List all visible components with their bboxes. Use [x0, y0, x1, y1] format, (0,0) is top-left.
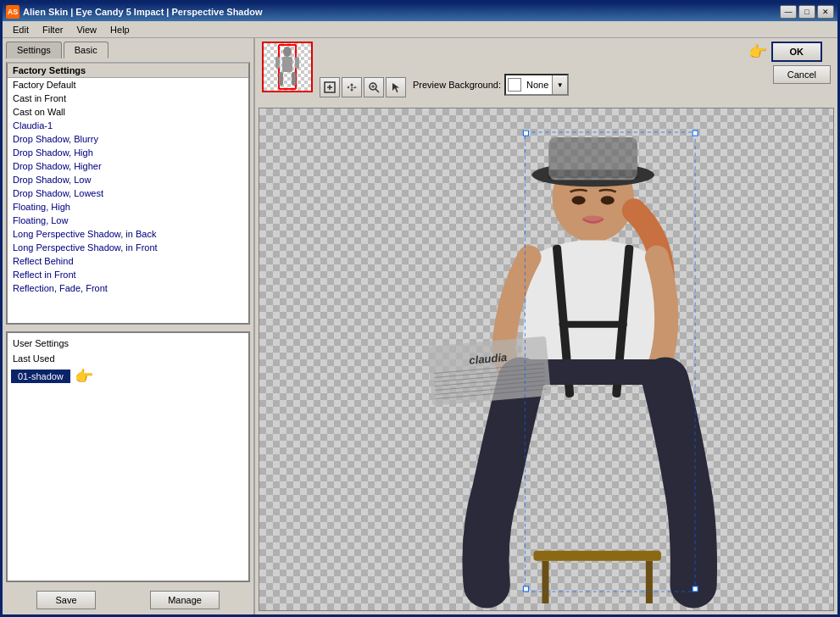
list-item[interactable]: Floating, Low — [8, 214, 248, 227]
preview-thumbnail — [262, 42, 313, 92]
zoom-fit-button[interactable] — [320, 77, 340, 97]
left-panel: Settings Basic Factory Settings Factory … — [3, 38, 255, 614]
svg-point-4 — [283, 47, 292, 57]
list-item[interactable]: Drop Shadow, Higher — [8, 159, 248, 173]
settings-list: Factory Settings Factory Default Cast in… — [6, 62, 250, 325]
preview-bg-control: Preview Background: None ▼ — [413, 74, 569, 101]
zoom-icon — [368, 81, 380, 93]
title-bar-title: AS Alien Skin | Eye Candy 5 Impact | Per… — [6, 5, 262, 19]
pointer-button[interactable] — [386, 77, 406, 97]
svg-point-33 — [572, 196, 586, 204]
menu-edit[interactable]: Edit — [6, 23, 36, 36]
main-window: AS Alien Skin | Eye Candy 5 Impact | Per… — [0, 0, 840, 617]
list-item[interactable]: Long Perspective Shadow, in Front — [8, 241, 248, 254]
bg-color-swatch — [508, 78, 521, 92]
svg-point-34 — [601, 196, 615, 204]
svg-rect-8 — [275, 57, 280, 69]
settings-list-scroll[interactable]: Factory Default Cast in Front Cast on Wa… — [8, 78, 248, 323]
svg-rect-26 — [559, 321, 627, 328]
svg-line-12 — [375, 89, 379, 92]
pan-icon — [346, 81, 358, 93]
selected-item-row: 01-shadow 👈 — [11, 367, 245, 386]
model-svg: claudia — [259, 108, 833, 610]
list-item[interactable]: Drop Shadow, Blurry — [8, 132, 248, 146]
list-item[interactable]: Reflection, Fade, Front — [8, 281, 248, 295]
list-item[interactable]: Cast in Front — [8, 92, 248, 105]
last-used-label: Last Used — [11, 352, 245, 367]
list-item[interactable]: Reflect Behind — [8, 254, 248, 268]
bg-dropdown-arrow[interactable]: ▼ — [552, 75, 567, 94]
pointer-icon — [390, 81, 402, 93]
svg-rect-30 — [533, 551, 661, 561]
ok-button[interactable]: OK — [771, 42, 822, 62]
tabs: Settings Basic — [3, 38, 253, 58]
preview-bg-label: Preview Background: — [413, 80, 501, 90]
list-item[interactable]: Reflect in Front — [8, 268, 248, 281]
menu-help[interactable]: Help — [103, 23, 136, 36]
app-icon: AS — [6, 5, 19, 19]
list-item[interactable]: Drop Shadow, Lowest — [8, 186, 248, 200]
list-item[interactable]: Long Perspective Shadow, in Back — [8, 227, 248, 241]
menu-bar: Edit Filter View Help — [3, 21, 837, 38]
close-button[interactable]: ✕ — [817, 5, 834, 19]
svg-rect-32 — [646, 561, 653, 603]
svg-rect-31 — [542, 561, 548, 603]
svg-point-35 — [583, 215, 604, 222]
ok-arrow-icon: 👈 — [749, 42, 768, 61]
main-content: Settings Basic Factory Settings Factory … — [3, 38, 837, 614]
preview-bg-selector[interactable]: None ▼ — [504, 74, 569, 96]
ok-button-row: 👈 OK — [749, 42, 831, 62]
title-bar-controls: — □ ✕ — [780, 5, 834, 19]
right-panel: Preview Background: None ▼ 👈 OK Cancel — [255, 38, 837, 614]
manage-button[interactable]: Manage — [150, 591, 220, 609]
svg-rect-6 — [279, 72, 283, 86]
svg-rect-49 — [693, 586, 698, 592]
ok-cancel-area: 👈 OK Cancel — [749, 42, 831, 84]
list-item[interactable]: Cast on Wall — [8, 105, 248, 119]
factory-settings-header: Factory Settings — [8, 64, 248, 78]
list-item[interactable]: Factory Default — [8, 78, 248, 92]
preview-thumbnail-container — [262, 42, 313, 92]
list-item[interactable]: Floating, High — [8, 200, 248, 214]
tab-settings[interactable]: Settings — [6, 42, 62, 58]
preview-canvas: claudia — [259, 108, 834, 611]
top-right-bar: Preview Background: None ▼ 👈 OK Cancel — [255, 38, 837, 104]
list-item[interactable]: Drop Shadow, Low — [8, 173, 248, 186]
shadow-arrow-icon: 👈 — [75, 367, 94, 386]
svg-rect-36 — [427, 336, 551, 406]
svg-rect-7 — [292, 72, 296, 86]
svg-rect-46 — [523, 131, 528, 136]
list-item[interactable]: Claudia-1 — [8, 119, 248, 132]
svg-rect-48 — [523, 586, 528, 592]
menu-view[interactable]: View — [70, 23, 103, 36]
zoom-fit-icon — [324, 81, 336, 93]
pan-button[interactable] — [342, 77, 362, 97]
bottom-buttons: Save Manage — [3, 586, 253, 614]
user-settings-header: User Settings — [11, 336, 245, 352]
thumbnail-figure — [264, 43, 311, 91]
tool-buttons — [320, 77, 406, 101]
selected-item-badge[interactable]: 01-shadow — [11, 370, 70, 383]
bg-value: None — [523, 78, 552, 92]
zoom-button[interactable] — [364, 77, 384, 97]
svg-rect-47 — [693, 131, 698, 136]
menu-filter[interactable]: Filter — [36, 23, 70, 36]
minimize-button[interactable]: — — [780, 5, 797, 19]
svg-rect-5 — [282, 57, 292, 72]
list-item[interactable]: Drop Shadow, High — [8, 146, 248, 159]
svg-rect-22 — [549, 137, 637, 180]
user-settings-area: User Settings Last Used 01-shadow 👈 — [6, 331, 250, 582]
svg-rect-9 — [295, 57, 299, 69]
cancel-button[interactable]: Cancel — [773, 65, 831, 84]
title-bar: AS Alien Skin | Eye Candy 5 Impact | Per… — [3, 3, 837, 21]
tab-basic[interactable]: Basic — [64, 42, 108, 58]
save-button[interactable]: Save — [36, 591, 96, 609]
maximize-button[interactable]: □ — [798, 5, 815, 19]
